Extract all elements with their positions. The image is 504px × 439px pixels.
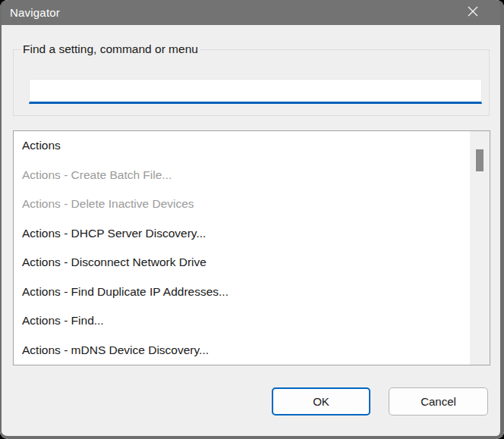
list-item[interactable]: Actions - DHCP Server Discovery... (14, 219, 470, 249)
close-icon (467, 5, 479, 20)
list-item-label: Actions - mDNS Device Discovery... (22, 343, 209, 357)
cancel-button[interactable]: Cancel (389, 387, 488, 415)
list-item[interactable]: Actions - Find... (14, 306, 470, 336)
list-item-label: Actions (22, 139, 61, 152)
ok-button[interactable]: OK (272, 387, 370, 415)
titlebar[interactable]: Navigator (0, 0, 504, 25)
results-listbox: Actions Actions - Create Batch File... A… (13, 130, 490, 365)
list-item[interactable]: Actions (14, 131, 470, 161)
list-item[interactable]: Actions - Delete Inactive Devices (14, 190, 470, 219)
find-setting-label: Find a setting, command or menu (20, 42, 200, 56)
list-item-label: Actions - Create Batch File... (22, 168, 172, 182)
search-input[interactable] (29, 79, 482, 104)
list-item-label: Actions - Delete Inactive Devices (22, 197, 194, 211)
close-button[interactable] (455, 0, 490, 25)
list-item[interactable]: Actions - Find Duplicate IP Addresses... (14, 278, 470, 307)
list-item-label: Actions - Find Duplicate IP Addresses... (22, 285, 228, 299)
results-list: Actions Actions - Create Batch File... A… (14, 131, 470, 365)
vertical-scrollbar[interactable] (470, 131, 490, 365)
find-setting-group: Find a setting, command or menu (13, 49, 490, 116)
list-item-label: Actions - Disconnect Network Drive (22, 256, 206, 269)
list-item[interactable]: Actions - mDNS Device Discovery... (14, 336, 470, 365)
list-item-label: Actions - DHCP Server Discovery... (22, 227, 206, 240)
list-item-label: Actions - Find... (22, 314, 104, 328)
list-item[interactable]: Actions - Disconnect Network Drive (14, 248, 470, 278)
window-title: Navigator (0, 6, 60, 19)
list-item[interactable]: Actions - Create Batch File... (14, 161, 470, 190)
navigator-dialog: Navigator Find a setting, command or men… (0, 0, 504, 439)
scrollbar-thumb[interactable] (476, 149, 484, 171)
